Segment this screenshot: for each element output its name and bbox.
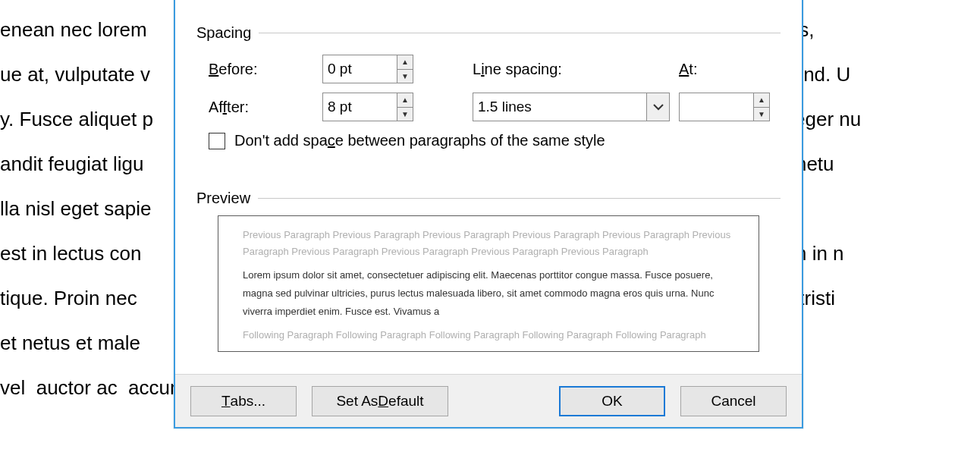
spin-up-icon[interactable]: ▲ [397, 55, 413, 69]
preview-box: Previous Paragraph Previous Paragraph Pr… [218, 215, 759, 352]
at-label: At: [679, 61, 697, 78]
after-input[interactable] [323, 93, 397, 121]
dialog-button-bar: Tabs... Set As Default OK Cancel [175, 374, 802, 427]
preview-sample-text: Lorem ipsum dolor sit amet, consectetuer… [243, 266, 734, 321]
before-spinbox[interactable]: ▲ ▼ [322, 55, 413, 83]
line-spacing-input[interactable] [473, 93, 646, 121]
spacing-group-header: Spacing [196, 24, 781, 42]
preview-following-text: Following Paragraph Following Paragraph … [243, 327, 734, 344]
paragraph-dialog: Spacing Before: Affter: Line spacing: At… [174, 0, 803, 429]
preview-group: Preview Previous Paragraph Previous Para… [196, 190, 781, 379]
group-divider [258, 198, 781, 199]
same-style-label: Don't add space between paragraphs of th… [234, 132, 605, 149]
group-divider [259, 33, 781, 33]
tabs-button[interactable]: Tabs... [190, 386, 297, 416]
at-input[interactable] [680, 93, 753, 121]
after-spinbox[interactable]: ▲ ▼ [322, 93, 413, 121]
spin-down-icon[interactable]: ▼ [397, 107, 413, 121]
spin-down-icon[interactable]: ▼ [754, 107, 769, 121]
before-spin-buttons[interactable]: ▲ ▼ [397, 55, 413, 83]
set-as-default-button[interactable]: Set As Default [312, 386, 448, 416]
before-label: Before: [209, 61, 258, 78]
preview-previous-text: Previous Paragraph Previous Paragraph Pr… [243, 227, 734, 260]
same-style-checkbox-row[interactable]: Don't add space between paragraphs of th… [209, 132, 605, 149]
spacing-group-title: Spacing [196, 24, 251, 42]
preview-group-header: Preview [196, 190, 781, 207]
cancel-button[interactable]: Cancel [680, 386, 787, 416]
line-spacing-combobox[interactable] [473, 93, 670, 121]
after-spin-buttons[interactable]: ▲ ▼ [397, 93, 413, 121]
line-spacing-label: Line spacing: [473, 61, 562, 78]
preview-group-title: Preview [196, 190, 250, 207]
spin-down-icon[interactable]: ▼ [397, 69, 413, 83]
same-style-checkbox[interactable] [209, 133, 225, 149]
at-spinbox[interactable]: ▲ ▼ [679, 93, 770, 121]
before-input[interactable] [323, 55, 397, 83]
after-label: Affter: [209, 99, 249, 116]
spin-up-icon[interactable]: ▲ [397, 93, 413, 107]
spacing-group: Spacing Before: Affter: Line spacing: At… [196, 24, 781, 176]
spin-up-icon[interactable]: ▲ [754, 93, 769, 107]
ok-button[interactable]: OK [559, 386, 665, 416]
chevron-down-icon[interactable] [646, 93, 669, 121]
at-spin-buttons[interactable]: ▲ ▼ [753, 93, 769, 121]
dialog-body: Spacing Before: Affter: Line spacing: At… [175, 0, 802, 374]
